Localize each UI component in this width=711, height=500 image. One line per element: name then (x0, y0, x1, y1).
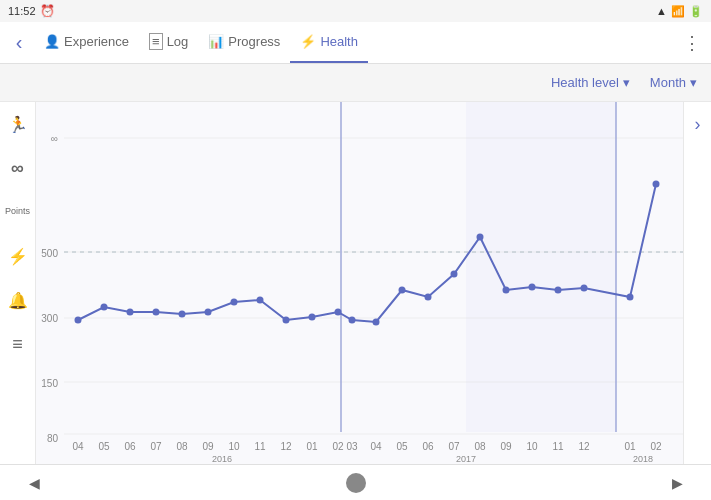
svg-text:09: 09 (202, 441, 214, 452)
svg-text:06: 06 (124, 441, 136, 452)
svg-text:05: 05 (396, 441, 408, 452)
tab-experience-label: Experience (64, 34, 129, 49)
left-sidebar: 🏃 ∞ Points ⚡ 🔔 ≡ (0, 102, 36, 464)
svg-text:2016: 2016 (212, 454, 232, 464)
tab-progress-label: Progress (228, 34, 280, 49)
experience-icon: 👤 (44, 34, 60, 49)
month-label: Month (650, 75, 686, 90)
filter-bar: Health level ▾ Month ▾ (0, 64, 711, 102)
svg-point-59 (529, 284, 536, 291)
svg-point-56 (451, 271, 458, 278)
health-chart: 80 150 300 500 ∞ 04 05 06 07 08 09 10 11… (36, 102, 683, 464)
svg-point-60 (555, 287, 562, 294)
tab-log-label: Log (167, 34, 189, 49)
health-level-label: Health level (551, 75, 619, 90)
svg-point-52 (349, 317, 356, 324)
svg-point-54 (399, 287, 406, 294)
svg-point-61 (581, 285, 588, 292)
sidebar-icon-bell[interactable]: 🔔 (4, 286, 32, 314)
svg-text:02: 02 (650, 441, 662, 452)
sidebar-icon-filter[interactable]: ≡ (4, 330, 32, 358)
month-filter[interactable]: Month ▾ (644, 71, 703, 94)
signal-icon: 📶 (671, 5, 685, 18)
nav-tabs-container: 👤 Experience ≡ Log 📊 Progress ⚡ Health (34, 22, 677, 63)
log-icon: ≡ (149, 33, 163, 50)
progress-icon: 📊 (208, 34, 224, 49)
battery-icon: 🔋 (689, 5, 703, 18)
nav-back-button[interactable]: ‹ (4, 22, 34, 64)
svg-text:12: 12 (578, 441, 590, 452)
svg-point-43 (127, 309, 134, 316)
top-navigation: ‹ 👤 Experience ≡ Log 📊 Progress ⚡ Health… (0, 22, 711, 64)
svg-point-47 (231, 299, 238, 306)
svg-text:2018: 2018 (633, 454, 653, 464)
main-content: 🏃 ∞ Points ⚡ 🔔 ≡ 80 150 300 500 ∞ (0, 102, 711, 464)
svg-text:11: 11 (254, 441, 266, 452)
svg-text:300: 300 (41, 313, 58, 324)
svg-text:08: 08 (474, 441, 486, 452)
bottom-home-button[interactable] (346, 473, 366, 493)
svg-point-63 (653, 181, 660, 188)
more-icon: ⋮ (683, 32, 701, 54)
right-arrow-icon: › (695, 114, 701, 135)
svg-point-55 (425, 294, 432, 301)
svg-text:04: 04 (370, 441, 382, 452)
svg-point-48 (257, 297, 264, 304)
sidebar-icon-health[interactable]: ⚡ (4, 242, 32, 270)
svg-point-57 (477, 234, 484, 241)
svg-text:10: 10 (228, 441, 240, 452)
month-dropdown-icon: ▾ (690, 75, 697, 90)
status-bar: 11:52 ⏰ ▲ 📶 🔋 (0, 0, 711, 22)
time-display: 11:52 (8, 5, 36, 17)
chart-area: 80 150 300 500 ∞ 04 05 06 07 08 09 10 11… (36, 102, 683, 464)
alarm-icon: ⏰ (40, 4, 55, 18)
svg-text:04: 04 (72, 441, 84, 452)
svg-point-50 (309, 314, 316, 321)
sidebar-icon-infinity[interactable]: ∞ (4, 154, 32, 182)
svg-text:02: 02 (332, 441, 344, 452)
tab-log[interactable]: ≡ Log (139, 22, 198, 63)
right-nav-button[interactable]: › (683, 102, 711, 464)
svg-text:∞: ∞ (51, 133, 58, 144)
svg-text:10: 10 (526, 441, 538, 452)
more-options-button[interactable]: ⋮ (677, 22, 707, 64)
svg-text:06: 06 (422, 441, 434, 452)
bottom-bar: ◀ ▶ (0, 464, 711, 500)
svg-point-45 (179, 311, 186, 318)
bottom-forward-button[interactable]: ▶ (663, 469, 691, 497)
svg-text:01: 01 (306, 441, 318, 452)
tab-health[interactable]: ⚡ Health (290, 22, 368, 63)
sidebar-icon-points[interactable]: Points (4, 198, 32, 226)
svg-text:07: 07 (150, 441, 162, 452)
svg-text:500: 500 (41, 248, 58, 259)
bottom-forward-icon: ▶ (672, 475, 683, 491)
svg-text:05: 05 (98, 441, 110, 452)
svg-rect-1 (466, 102, 616, 432)
tab-progress[interactable]: 📊 Progress (198, 22, 290, 63)
svg-point-41 (75, 317, 82, 324)
svg-point-62 (627, 294, 634, 301)
svg-point-51 (335, 309, 342, 316)
svg-text:07: 07 (448, 441, 460, 452)
svg-text:09: 09 (500, 441, 512, 452)
svg-text:2017: 2017 (456, 454, 476, 464)
bottom-back-icon: ◀ (29, 475, 40, 491)
health-level-filter[interactable]: Health level ▾ (545, 71, 636, 94)
svg-text:12: 12 (280, 441, 292, 452)
svg-text:11: 11 (552, 441, 564, 452)
sidebar-icon-run[interactable]: 🏃 (4, 110, 32, 138)
svg-point-58 (503, 287, 510, 294)
svg-text:150: 150 (41, 378, 58, 389)
health-icon: ⚡ (300, 34, 316, 49)
wifi-icon: ▲ (656, 5, 667, 17)
tab-health-label: Health (320, 34, 358, 49)
svg-text:01: 01 (624, 441, 636, 452)
health-level-dropdown-icon: ▾ (623, 75, 630, 90)
tab-experience[interactable]: 👤 Experience (34, 22, 139, 63)
status-icons: ▲ 📶 🔋 (656, 5, 703, 18)
bottom-back-button[interactable]: ◀ (20, 469, 48, 497)
svg-point-49 (283, 317, 290, 324)
svg-point-44 (153, 309, 160, 316)
svg-text:80: 80 (47, 433, 59, 444)
svg-point-53 (373, 319, 380, 326)
